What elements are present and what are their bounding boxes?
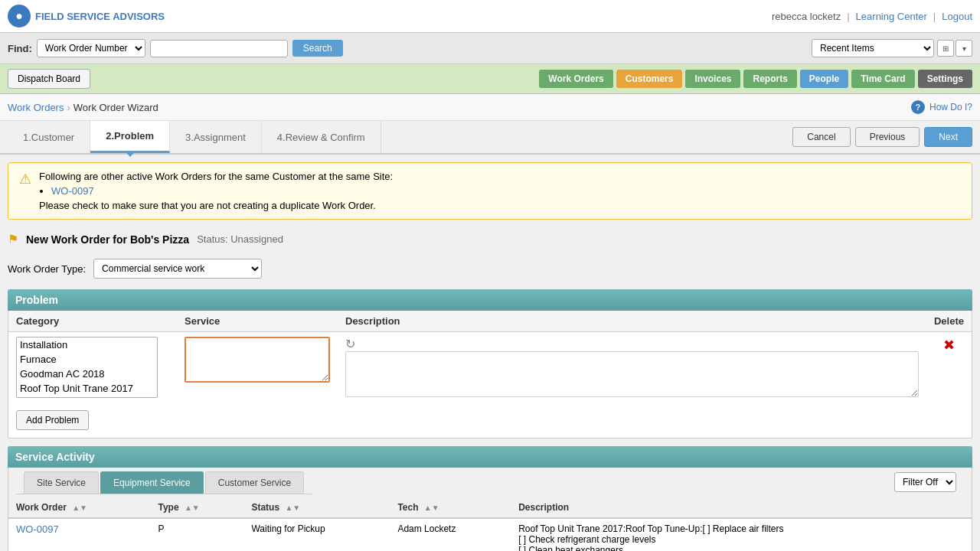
step-review[interactable]: 4. Review & Confirm: [262, 121, 381, 153]
logout-link[interactable]: Logout: [942, 11, 972, 22]
wo-type-select[interactable]: Commercial service work Residential serv…: [93, 259, 262, 279]
sa-col-status[interactable]: Status ▲▼: [243, 497, 390, 518]
problem-table: Category Service Description Delete Inst…: [8, 311, 972, 404]
sa-filter-row: Filter Off Filter On: [887, 468, 964, 497]
recent-icons: ⊞ ▾: [937, 40, 972, 57]
wizard-actions: Cancel Previous Next: [792, 121, 972, 153]
main-nav: Work Orders Customers Invoices Reports P…: [539, 70, 972, 88]
sa-cell-wo: WO-0097: [8, 518, 150, 551]
separator-1: |: [847, 11, 849, 22]
find-label: Find:: [8, 43, 32, 54]
user-area: rebecca locketz | Learning Center | Logo…: [772, 11, 972, 22]
help-icon[interactable]: ?: [911, 100, 925, 114]
warning-icon: ⚠: [19, 171, 31, 187]
col-description: Description: [338, 311, 926, 332]
nav-work-orders[interactable]: Work Orders: [539, 70, 612, 88]
nav-time-card[interactable]: Time Card: [851, 70, 914, 88]
recent-grid-icon[interactable]: ⊞: [937, 40, 954, 57]
step-problem[interactable]: 2. Problem: [90, 121, 170, 153]
recent-items-select[interactable]: Recent Items: [812, 39, 934, 57]
username: rebecca locketz: [772, 11, 841, 22]
logo-icon: ●: [8, 5, 31, 28]
sa-col-type[interactable]: Type ▲▼: [150, 497, 243, 518]
step-2-num: 2.: [106, 130, 114, 142]
step-3-label: Assignment: [194, 132, 246, 143]
step-customer[interactable]: 1. Customer: [8, 121, 90, 153]
service-activity-header: Service Activity: [8, 446, 972, 468]
step-3-num: 3.: [185, 132, 194, 143]
sa-col-description: Description: [511, 497, 972, 518]
sa-filter-select[interactable]: Filter Off Filter On: [894, 472, 956, 492]
logo-area: ● FIELD SERVICE ADVISORS: [8, 5, 165, 28]
sort-tech-icon: ▲▼: [424, 504, 439, 512]
col-delete: Delete: [926, 311, 972, 332]
breadcrumb-parent[interactable]: Work Orders: [8, 102, 64, 113]
problem-section: Problem Category Service Description Del…: [8, 289, 972, 439]
search-button[interactable]: Search: [292, 40, 343, 57]
tab-customer-service[interactable]: Customer Service: [205, 471, 304, 494]
step-4-label: Review & Confirm: [286, 132, 365, 143]
recent-list-icon[interactable]: ▾: [956, 40, 972, 57]
sort-status-icon: ▲▼: [285, 504, 300, 512]
nav-reports[interactable]: Reports: [743, 70, 796, 88]
warning-content: Following are other active Work Orders f…: [39, 171, 961, 211]
tab-site-service[interactable]: Site Service: [24, 471, 99, 494]
step-assignment[interactable]: 3. Assignment: [170, 121, 262, 153]
warning-sub-message: Please check to make sure that you are n…: [39, 200, 376, 211]
sa-table: Work Order ▲▼ Type ▲▼ Status ▲▼ Tech ▲▼ …: [8, 497, 972, 551]
breadcrumb-current: Work Order Wizard: [74, 102, 158, 113]
wo-info-icon: ⚑: [8, 232, 18, 246]
wo-type-row: Work Order Type: Commercial service work…: [8, 259, 972, 279]
nav-bar: Dispatch Board Work Orders Customers Inv…: [0, 64, 980, 94]
delete-row-button[interactable]: ✖: [943, 337, 955, 353]
next-button[interactable]: Next: [924, 127, 972, 147]
how-do-i-link[interactable]: How Do I?: [929, 102, 972, 112]
sa-tabs: Site Service Equipment Service Customer …: [16, 471, 313, 494]
nav-customers[interactable]: Customers: [616, 70, 683, 88]
delete-cell: ✖: [926, 332, 972, 405]
nav-people[interactable]: People: [800, 70, 848, 88]
warning-message: Following are other active Work Orders f…: [39, 171, 393, 182]
sa-col-work-order[interactable]: Work Order ▲▼: [8, 497, 150, 518]
sa-cell-type: P: [150, 518, 243, 551]
step-4-num: 4.: [277, 132, 286, 143]
col-category: Category: [8, 311, 177, 332]
wo-title: New Work Order for Bob's Pizza: [26, 233, 189, 246]
service-textarea[interactable]: [185, 337, 330, 383]
sa-col-tech[interactable]: Tech ▲▼: [390, 497, 511, 518]
step-list: 1. Customer 2. Problem 3. Assignment 4. …: [8, 121, 792, 153]
find-left: Find: Work Order Number Customer Invoice…: [8, 39, 343, 57]
separator-2: |: [933, 11, 936, 22]
breadcrumb: Work Orders › Work Order Wizard: [8, 102, 158, 113]
sa-wo-link[interactable]: WO-0097: [16, 523, 59, 535]
step-1-label: Customer: [31, 132, 74, 143]
service-activity-section: Service Activity Site Service Equipment …: [8, 446, 972, 551]
add-problem-button[interactable]: Add Problem: [16, 410, 89, 430]
problem-section-header: Problem: [8, 289, 972, 311]
nav-invoices[interactable]: Invoices: [685, 70, 740, 88]
find-select[interactable]: Work Order Number Customer Invoice Tech: [37, 39, 145, 57]
wo-type-label: Work Order Type:: [8, 263, 86, 275]
warning-wo-link[interactable]: WO-0097: [51, 185, 94, 197]
service-activity-body: Site Service Equipment Service Customer …: [8, 468, 972, 551]
sa-table-row: WO-0097 P Waiting for Pickup Adam Locket…: [8, 518, 972, 551]
dispatch-board-button[interactable]: Dispatch Board: [8, 69, 90, 89]
description-textarea[interactable]: [345, 351, 919, 397]
service-cell: [177, 332, 338, 405]
find-input[interactable]: [150, 40, 288, 57]
warning-box: ⚠ Following are other active Work Orders…: [8, 162, 972, 220]
learning-center-link[interactable]: Learning Center: [856, 11, 927, 22]
recent-area: Recent Items ⊞ ▾: [812, 39, 972, 57]
sa-cell-description: Roof Top Unit Trane 2017:Roof Top Tune-U…: [511, 518, 972, 551]
sort-type-icon: ▲▼: [185, 504, 200, 512]
app-title: FIELD SERVICE ADVISORS: [35, 11, 165, 22]
tab-equipment-service[interactable]: Equipment Service: [100, 471, 204, 494]
breadcrumb-sep: ›: [67, 102, 70, 113]
category-listbox[interactable]: Installation Furnace Goodman AC 2018 Roo…: [16, 337, 158, 398]
sa-cell-status: Waiting for Pickup: [243, 518, 390, 551]
nav-settings[interactable]: Settings: [918, 70, 972, 88]
cancel-button[interactable]: Cancel: [792, 127, 850, 147]
main-content: ⚠ Following are other active Work Orders…: [0, 155, 980, 551]
previous-button[interactable]: Previous: [855, 127, 920, 147]
description-cell: ↻: [338, 332, 926, 405]
